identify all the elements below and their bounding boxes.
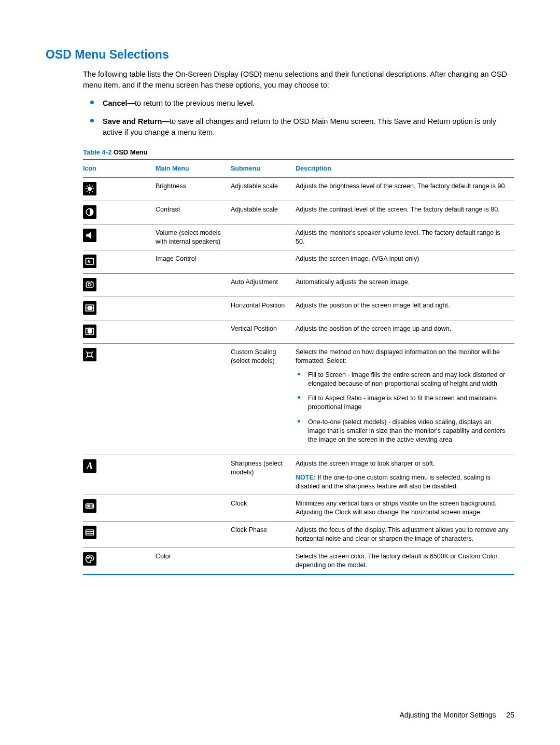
table-row: Color Selects the screen color. The fact… bbox=[83, 547, 514, 574]
table-row: Custom Scaling (select models) Selects t… bbox=[83, 343, 514, 455]
th-desc: Description bbox=[296, 160, 514, 177]
footer-text: Adjusting the Monitor Settings bbox=[400, 711, 496, 719]
cell-main bbox=[156, 522, 231, 548]
cell-sub: Clock Phase bbox=[231, 522, 296, 548]
note: NOTE: If the one-to-one custom scaling m… bbox=[296, 473, 510, 491]
cell-desc: Selects the method on how displayed info… bbox=[296, 343, 514, 455]
cell-sub: Horizontal Position bbox=[231, 297, 296, 320]
cell-desc: Adjusts the brightness level of the scre… bbox=[296, 177, 514, 201]
table-row: Auto Adjustment Automatically adjusts th… bbox=[83, 274, 514, 297]
cell-desc: Adjusts the position of the screen image… bbox=[296, 297, 514, 320]
vertical-position-icon bbox=[83, 325, 96, 338]
list-item: One-to-one (select models) - disables vi… bbox=[296, 418, 510, 444]
svg-point-33 bbox=[91, 557, 92, 558]
list-item: Fill to Aspect Ratio - image is sized to… bbox=[296, 394, 510, 412]
cell-main bbox=[156, 455, 231, 495]
clock-phase-icon bbox=[83, 526, 96, 539]
table-row: Brightness Adjustable scale Adjusts the … bbox=[83, 177, 514, 201]
cell-desc: Adjusts the contrast level of the screen… bbox=[296, 201, 514, 224]
cell-desc: Adjusts the position of the screen image… bbox=[296, 320, 514, 344]
cell-desc: Adjusts the screen image. (VGA input onl… bbox=[296, 250, 514, 274]
bullet-lead: Cancel— bbox=[103, 99, 135, 107]
table-row: Contrast Adjustable scale Adjusts the co… bbox=[83, 201, 514, 224]
svg-marker-10 bbox=[86, 232, 91, 238]
page-number: 25 bbox=[506, 711, 514, 719]
table-row: Clock Phase Adjusts the focus of the dis… bbox=[83, 522, 514, 548]
cell-sub: Auto Adjustment bbox=[231, 274, 296, 297]
document-page: OSD Menu Selections The following table … bbox=[0, 0, 560, 745]
svg-rect-21 bbox=[88, 353, 92, 357]
svg-line-5 bbox=[87, 186, 88, 187]
svg-point-0 bbox=[88, 187, 92, 191]
body-content: The following table lists the On-Screen … bbox=[83, 69, 514, 575]
cell-sub: Adjustable scale bbox=[231, 201, 296, 224]
table-caption-title: OSD Menu bbox=[114, 148, 148, 156]
cell-main bbox=[156, 320, 231, 344]
intro-paragraph: The following table lists the On-Screen … bbox=[83, 69, 514, 91]
table-row: Vertical Position Adjusts the position o… bbox=[83, 320, 514, 344]
table-header-row: Icon Main Menu Submenu Description bbox=[83, 160, 514, 177]
table-caption-label: Table 4-2 bbox=[83, 148, 111, 156]
svg-rect-28 bbox=[86, 530, 94, 535]
desc-text: Selects the method on how displayed info… bbox=[296, 348, 500, 364]
cell-sub: Custom Scaling (select models) bbox=[231, 343, 296, 455]
cell-sub: Sharpness (select models) bbox=[231, 455, 296, 495]
svg-rect-12 bbox=[86, 282, 93, 287]
image-control-icon bbox=[83, 255, 96, 268]
desc-text: Adjusts the screen image to look sharper… bbox=[296, 459, 510, 468]
cell-desc: Automatically adjusts the screen image. bbox=[296, 274, 514, 297]
color-icon bbox=[83, 552, 96, 566]
sharpness-icon: A bbox=[83, 459, 96, 473]
section-heading: OSD Menu Selections bbox=[46, 48, 514, 62]
osd-menu-table: Icon Main Menu Submenu Description Brigh… bbox=[83, 159, 514, 575]
th-icon: Icon bbox=[83, 160, 156, 177]
cell-main bbox=[156, 343, 231, 455]
auto-adjustment-icon bbox=[83, 278, 96, 291]
cell-desc: Adjusts the monitor's speaker volume lev… bbox=[296, 224, 514, 250]
clock-icon bbox=[83, 499, 96, 513]
table-row: Image Control Adjusts the screen image. … bbox=[83, 250, 514, 274]
cell-desc: Minimizes any vertical bars or strips vi… bbox=[296, 495, 514, 522]
brightness-icon bbox=[83, 182, 96, 195]
cell-main: Contrast bbox=[156, 201, 231, 224]
svg-rect-14 bbox=[88, 306, 92, 310]
cell-sub bbox=[231, 224, 296, 250]
list-item: Save and Return—to save all changes and … bbox=[83, 116, 514, 138]
list-item: Fill to Screen - image fills the entire … bbox=[296, 371, 510, 388]
cell-main: Image Control bbox=[156, 250, 231, 274]
svg-point-31 bbox=[88, 557, 89, 558]
desc-list: Fill to Screen - image fills the entire … bbox=[296, 371, 510, 444]
cell-sub bbox=[231, 547, 296, 574]
table-row: A Sharpness (select models) Adjusts the … bbox=[83, 455, 514, 495]
list-item: Cancel—to return to the previous menu le… bbox=[83, 98, 514, 109]
cell-main: Volume (select models with internal spea… bbox=[156, 224, 231, 250]
cell-main bbox=[156, 495, 231, 522]
th-main: Main Menu bbox=[156, 160, 231, 177]
table-caption: Table 4-2 OSD Menu bbox=[83, 148, 514, 156]
cell-main bbox=[156, 297, 231, 320]
volume-icon bbox=[83, 229, 96, 242]
table-row: Volume (select models with internal spea… bbox=[83, 224, 514, 250]
page-footer: Adjusting the Monitor Settings 25 bbox=[400, 711, 514, 719]
cell-sub bbox=[231, 250, 296, 274]
cell-sub: Adjustable scale bbox=[231, 177, 296, 201]
bullet-text: to return to the previous menu level. bbox=[135, 99, 255, 107]
cell-sub: Clock bbox=[231, 495, 296, 522]
table-row: Clock Minimizes any vertical bars or str… bbox=[83, 495, 514, 522]
cell-desc: Adjusts the focus of the display. This a… bbox=[296, 522, 514, 548]
contrast-icon bbox=[83, 205, 96, 219]
svg-line-7 bbox=[87, 191, 88, 192]
cell-main: Brightness bbox=[156, 177, 231, 201]
th-sub: Submenu bbox=[231, 160, 296, 177]
note-lead: NOTE: bbox=[296, 474, 316, 481]
horizontal-position-icon bbox=[83, 301, 96, 315]
custom-scaling-icon bbox=[83, 348, 96, 361]
cell-desc: Adjusts the screen image to look sharper… bbox=[296, 455, 514, 495]
cell-main: Color bbox=[156, 547, 231, 574]
svg-line-6 bbox=[92, 191, 93, 192]
option-list: Cancel—to return to the previous menu le… bbox=[83, 98, 514, 138]
svg-rect-18 bbox=[88, 330, 92, 333]
svg-point-32 bbox=[89, 556, 90, 557]
cell-desc: Selects the screen color. The factory de… bbox=[296, 547, 514, 574]
cell-main bbox=[156, 274, 231, 297]
